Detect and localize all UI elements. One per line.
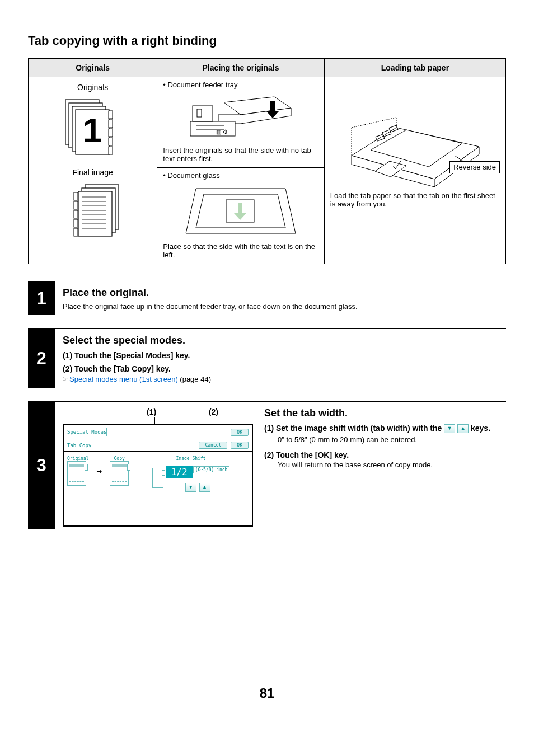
step-3: 3 (1) (2) Special Modes <box>28 401 506 529</box>
step-3-sub1: (1) Set the image shift width (tab width… <box>264 424 504 433</box>
step-1-number: 1 <box>28 281 55 315</box>
bypass-tray-icon <box>345 116 485 189</box>
step-1-text: Place the original face up in the docume… <box>63 302 504 311</box>
panel-label-1: (1) <box>147 407 156 416</box>
step-2-sub2: (2) Touch the [Tab Copy] key. <box>63 364 504 373</box>
glass-caption: Place so that the side with the tab text… <box>163 242 318 259</box>
label-originals: Originals <box>34 83 151 92</box>
originals-stack-icon: 1 <box>62 96 124 158</box>
step-3-heading: Set the tab width. <box>264 407 504 419</box>
document-glass-icon <box>185 183 297 239</box>
ref-tail: (page 44) <box>178 375 211 383</box>
step-3-sub2-body: You will return to the base screen of co… <box>278 461 504 469</box>
touch-panel-figure: (1) (2) Special Modes OK <box>63 407 253 527</box>
svg-rect-15 <box>74 210 78 218</box>
up-key-icon: ▲ <box>457 424 469 433</box>
cell-originals: Originals 1 Final image <box>29 77 157 264</box>
ok-button-top[interactable]: OK <box>231 429 249 436</box>
panel-label-2: (2) <box>209 407 218 416</box>
step-1-heading: Place the original. <box>63 287 504 299</box>
bullet-feeder: • Document feeder tray <box>163 81 318 89</box>
top-table: Originals Placing the originals Loading … <box>28 58 506 264</box>
feeder-caption: Insert the originals so that the side wi… <box>163 146 318 163</box>
cancel-button[interactable]: Cancel <box>199 442 227 449</box>
shift-unit: (0~5/8) inch <box>193 466 230 473</box>
label-image-shift: Image Shift <box>133 456 249 461</box>
svg-rect-12 <box>78 191 112 236</box>
reverse-side-callout: Reverse side <box>449 161 500 173</box>
panel-title: Special Modes <box>67 429 106 435</box>
up-button[interactable]: ▲ <box>199 483 210 492</box>
bullet-glass: • Document glass <box>163 171 318 180</box>
svg-rect-31 <box>197 109 202 117</box>
ref-icon: ☞ <box>63 374 67 383</box>
svg-rect-8 <box>109 147 113 154</box>
svg-rect-28 <box>190 121 235 136</box>
step-3-number: 3 <box>28 402 55 529</box>
panel-subtitle: Tab Copy <box>67 443 91 448</box>
loading-caption: Load the tab paper so that the tab on th… <box>330 191 500 208</box>
step-1: 1 Place the original. Place the original… <box>28 281 506 315</box>
feeder-tray-icon: ▥ ⚙ <box>185 92 297 143</box>
page-number: 81 <box>28 685 506 701</box>
svg-line-45 <box>352 118 396 128</box>
page-title: Tab copying with a right binding <box>28 34 506 48</box>
label-final: Final image <box>34 168 151 177</box>
svg-rect-5 <box>109 120 113 128</box>
svg-rect-16 <box>74 219 78 227</box>
svg-rect-29 <box>193 106 213 121</box>
ok-button[interactable]: OK <box>231 442 249 449</box>
label-copy: Copy <box>110 456 129 461</box>
step-2-number: 2 <box>28 329 55 388</box>
svg-rect-17 <box>74 228 78 236</box>
label-original: Original <box>67 456 89 461</box>
arrow-icon: → <box>97 466 102 476</box>
step-2-heading: Select the special modes. <box>63 335 504 346</box>
shift-value: 1/2 <box>166 466 193 478</box>
step-2: 2 Select the special modes. (1) Touch th… <box>28 328 506 388</box>
svg-rect-6 <box>109 129 113 137</box>
cell-placing: • Document feeder tray <box>157 77 325 264</box>
svg-rect-7 <box>109 138 113 145</box>
svg-text:▥ ⚙: ▥ ⚙ <box>216 129 228 135</box>
svg-rect-4 <box>109 111 113 119</box>
final-image-icon <box>65 181 121 237</box>
svg-text:1: 1 <box>82 111 101 149</box>
th-placing: Placing the originals <box>157 59 325 77</box>
step-3-range: 0" to 5/8" (0 mm to 20 mm) can be entere… <box>278 435 504 444</box>
svg-rect-13 <box>74 192 78 200</box>
th-loading: Loading tab paper <box>324 59 505 77</box>
cell-loading: Reverse side Load the tab paper so that … <box>324 77 505 264</box>
ref-link[interactable]: Special modes menu (1st screen) <box>69 375 178 383</box>
svg-rect-14 <box>74 201 78 209</box>
step-2-sub1: (1) Touch the [Special Modes] key. <box>63 351 504 360</box>
step-3-sub2: (2) Touch the [OK] key. <box>264 450 504 459</box>
down-key-icon: ▼ <box>444 424 455 433</box>
down-button[interactable]: ▼ <box>185 483 196 492</box>
th-originals: Originals <box>29 59 157 77</box>
